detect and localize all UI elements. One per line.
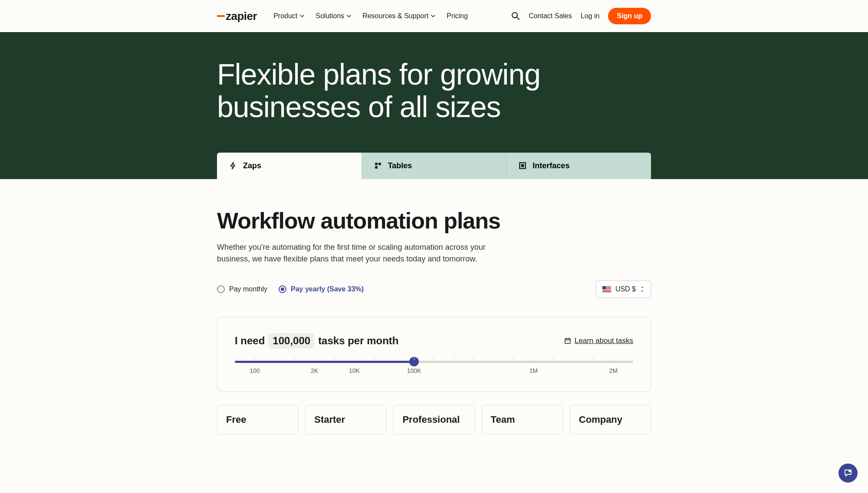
billing-row: Pay monthly Pay yearly (Save 33%) USD $ bbox=[217, 281, 651, 298]
login-link[interactable]: Log in bbox=[581, 12, 600, 20]
interfaces-icon bbox=[519, 162, 526, 170]
plan-team[interactable]: Team bbox=[482, 405, 563, 434]
radio-icon bbox=[217, 285, 225, 293]
radio-icon bbox=[279, 285, 286, 293]
product-tabs: Zaps Tables Interfaces bbox=[217, 153, 651, 179]
tick-label: 100 bbox=[250, 367, 260, 374]
slider-tick-labels: 100 2K 10K 100K 1M 2M bbox=[235, 367, 633, 376]
billing-yearly-radio[interactable]: Pay yearly (Save 33%) bbox=[279, 285, 364, 293]
chevron-down-icon bbox=[300, 14, 304, 18]
tasks-slider[interactable]: 100 2K 10K 100K 1M 2M bbox=[235, 361, 633, 376]
calendar-icon bbox=[564, 337, 571, 344]
tab-interfaces[interactable]: Interfaces bbox=[506, 153, 651, 179]
hero-title: Flexible plans for growing businesses of… bbox=[217, 58, 608, 123]
plan-title: Company bbox=[579, 414, 642, 425]
tables-icon bbox=[374, 162, 382, 170]
logo-underscore-icon bbox=[217, 15, 225, 17]
plan-cards: Free Starter Professional Team Company bbox=[217, 405, 651, 434]
lightning-icon bbox=[229, 162, 237, 170]
main-nav: Product Solutions Resources & Support Pr… bbox=[273, 12, 468, 20]
tick-label: 100K bbox=[407, 367, 421, 374]
nav-label: Pricing bbox=[447, 12, 468, 20]
tasks-count: 100,000 bbox=[268, 333, 315, 349]
nav-label: Resources & Support bbox=[362, 12, 428, 20]
site-header: zapier Product Solutions Resources & Sup… bbox=[0, 0, 868, 32]
nav-resources[interactable]: Resources & Support bbox=[362, 12, 435, 20]
svg-line-1 bbox=[517, 17, 519, 20]
tick-label: 2K bbox=[311, 367, 318, 374]
plan-starter[interactable]: Starter bbox=[305, 405, 386, 434]
nav-product[interactable]: Product bbox=[273, 12, 304, 20]
zapier-logo[interactable]: zapier bbox=[217, 10, 257, 23]
svg-rect-12 bbox=[602, 290, 611, 291]
plan-free[interactable]: Free bbox=[217, 405, 298, 434]
learn-link-text: Learn about tasks bbox=[575, 336, 633, 345]
tasks-slider-card: I need 100,000 tasks per month Learn abo… bbox=[217, 317, 651, 392]
logo-text: zapier bbox=[226, 10, 257, 23]
slider-ticks bbox=[235, 357, 633, 360]
tasks-suffix: tasks per month bbox=[318, 335, 398, 347]
svg-rect-6 bbox=[521, 164, 524, 167]
plan-professional[interactable]: Professional bbox=[393, 405, 474, 434]
plan-company[interactable]: Company bbox=[570, 405, 651, 434]
sort-icon bbox=[640, 286, 644, 292]
tab-label: Interfaces bbox=[533, 161, 569, 170]
tick-label: 1M bbox=[529, 367, 538, 374]
contact-sales-link[interactable]: Contact Sales bbox=[529, 12, 572, 20]
radio-label: Pay yearly (Save 33%) bbox=[291, 285, 364, 293]
section-description: Whether you're automating for the first … bbox=[217, 242, 486, 265]
tick-label: 2M bbox=[609, 367, 617, 374]
svg-rect-14 bbox=[602, 286, 606, 289]
currency-label: USD $ bbox=[615, 285, 636, 293]
chevron-down-icon bbox=[347, 14, 351, 18]
tab-tables[interactable]: Tables bbox=[362, 153, 506, 179]
learn-about-tasks-link[interactable]: Learn about tasks bbox=[564, 336, 633, 345]
nav-label: Solutions bbox=[316, 12, 344, 20]
chevron-down-icon bbox=[431, 14, 435, 18]
radio-label: Pay monthly bbox=[229, 285, 267, 293]
svg-rect-4 bbox=[375, 166, 378, 169]
tab-label: Zaps bbox=[243, 161, 261, 170]
tab-label: Tables bbox=[388, 161, 412, 170]
currency-selector[interactable]: USD $ bbox=[596, 281, 651, 298]
hero-section: Flexible plans for growing businesses of… bbox=[0, 32, 868, 179]
tab-zaps[interactable]: Zaps bbox=[217, 153, 362, 179]
svg-rect-11 bbox=[602, 289, 611, 290]
plan-title: Starter bbox=[314, 414, 377, 425]
nav-pricing[interactable]: Pricing bbox=[447, 12, 468, 20]
pricing-content: Workflow automation plans Whether you're… bbox=[117, 179, 751, 452]
tick-label: 10K bbox=[349, 367, 360, 374]
plan-title: Professional bbox=[402, 414, 465, 425]
svg-rect-13 bbox=[602, 291, 611, 291]
plan-title: Team bbox=[491, 414, 554, 425]
search-icon[interactable] bbox=[511, 12, 520, 20]
slider-track bbox=[235, 361, 633, 363]
tasks-prefix: I need bbox=[235, 335, 265, 347]
svg-rect-15 bbox=[565, 339, 570, 343]
tasks-label: I need 100,000 tasks per month bbox=[235, 333, 399, 349]
slider-fill bbox=[235, 361, 414, 363]
nav-solutions[interactable]: Solutions bbox=[316, 12, 351, 20]
svg-rect-3 bbox=[378, 163, 381, 165]
signup-button[interactable]: Sign up bbox=[608, 8, 651, 24]
svg-point-0 bbox=[512, 13, 517, 18]
plan-title: Free bbox=[226, 414, 289, 425]
billing-monthly-radio[interactable]: Pay monthly bbox=[217, 285, 267, 293]
section-title: Workflow automation plans bbox=[217, 208, 651, 234]
svg-rect-2 bbox=[375, 163, 378, 165]
billing-options: Pay monthly Pay yearly (Save 33%) bbox=[217, 285, 364, 293]
nav-label: Product bbox=[273, 12, 297, 20]
us-flag-icon bbox=[602, 286, 611, 292]
